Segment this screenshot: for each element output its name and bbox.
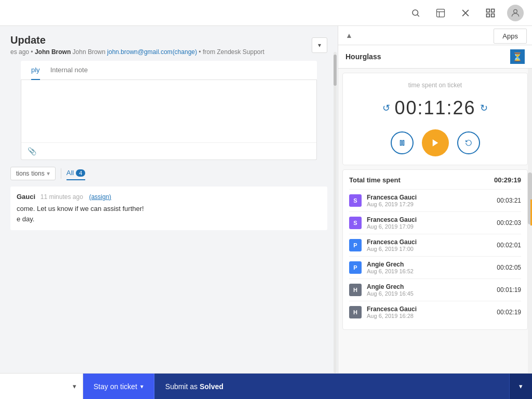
time-log-header: Total time spent 00:29:19	[349, 176, 521, 184]
pause-button[interactable]	[391, 131, 414, 154]
tab-internal-note[interactable]: Internal note	[50, 61, 88, 80]
ticket-header: Update es ago • John Brown John Brown jo…	[0, 26, 338, 61]
top-navigation	[0, 0, 532, 26]
agent-avatar-0: S	[349, 194, 362, 207]
forward-icon[interactable]: ↻	[480, 102, 488, 114]
ticket-dropdown-button[interactable]: ▾	[312, 37, 327, 53]
hourglass-title-row: Hourglass ⏳	[338, 45, 532, 69]
svg-line-1	[417, 15, 419, 16]
agent-info-5: Francesca Gauci Aug 6, 2019 16:28	[367, 305, 497, 319]
reply-editor: 📎	[21, 80, 317, 160]
package-icon[interactable]	[432, 5, 449, 21]
agent-avatar-4: H	[349, 284, 362, 296]
apps-button[interactable]: Apps	[494, 29, 527, 44]
submit-solved-group: Submit as Solved ▾	[154, 374, 532, 399]
log-row-5: H Francesca Gauci Aug 6, 2019 16:28 00:0…	[349, 301, 521, 323]
submit-as-solved-button[interactable]: Submit as Solved	[154, 374, 509, 399]
attach-icon[interactable]: 📎	[28, 147, 36, 155]
time-log: Total time spent 00:29:19 S Francesca Ga…	[342, 169, 528, 330]
all-tab[interactable]: All 4	[66, 166, 86, 180]
agent-info-1: Francesca Gauci Aug 6, 2019 17:09	[367, 216, 497, 230]
email-link[interactable]: john.brown@gmail.com	[107, 48, 172, 56]
change-link[interactable]: (change)	[172, 48, 197, 56]
grid-icon[interactable]	[482, 5, 499, 21]
agent-avatar-1: S	[349, 217, 362, 229]
left-scrollbar[interactable]	[332, 52, 338, 373]
tab-reply[interactable]: ply	[31, 61, 40, 80]
panel-scroll-area[interactable]: time spent on ticket ↺ 00:11:26 ↻	[338, 69, 532, 399]
panel-collapse-icon[interactable]: ▲	[345, 31, 353, 39]
search-icon[interactable]	[407, 5, 424, 21]
play-button[interactable]	[422, 129, 449, 156]
svg-rect-2	[437, 9, 445, 17]
ticket-title: Update	[10, 34, 264, 46]
conversation-item: Gauci 11 minutes ago (assign) come. Let …	[10, 187, 327, 230]
agent-avatar-3: P	[349, 261, 362, 274]
svg-rect-5	[487, 9, 490, 12]
svg-rect-11	[403, 140, 404, 145]
log-row-1: S Francesca Gauci Aug 6, 2019 17:09 00:0…	[349, 211, 521, 234]
stay-label: Stay on ticket	[94, 382, 137, 391]
avatar[interactable]	[507, 5, 524, 21]
submit-dropdown-button[interactable]: ▾	[509, 374, 532, 399]
all-badge: 4	[76, 169, 85, 177]
stay-on-ticket-button[interactable]: Stay on ticket ▾	[83, 374, 154, 399]
log-row-0: S Francesca Gauci Aug 6, 2019 17:29 00:0…	[349, 189, 521, 211]
hourglass-icon: ⏳	[510, 49, 525, 64]
hourglass-title: Hourglass	[345, 52, 381, 61]
conv-author: Gauci	[17, 193, 35, 201]
conv-message-2: e day.	[17, 214, 321, 224]
log-row-4: H Angie Grech Aug 6, 2019 16:45 00:01:19	[349, 278, 521, 301]
total-label: Total time spent	[349, 176, 401, 184]
agent-avatar-5: H	[349, 306, 362, 318]
conv-header: Gauci 11 minutes ago (assign)	[17, 193, 321, 201]
reply-section: ply Internal note 📎	[10, 61, 327, 160]
reply-tabs: ply Internal note	[21, 61, 317, 80]
timer-display: 00:11:26	[394, 97, 475, 119]
panel-scrollbar-track[interactable]	[528, 69, 532, 399]
agent-info-2: Francesca Gauci Aug 6, 2019 17:00	[367, 238, 497, 252]
ticket-meta: es ago • John Brown John Brown john.brow…	[10, 48, 264, 56]
ticket-filters: tions tions ▾ All 4	[0, 160, 338, 187]
bottom-bar: ▾ Stay on ticket ▾ Submit as Solved ▾	[0, 373, 532, 399]
svg-rect-6	[491, 9, 495, 12]
action-buttons: Stay on ticket ▾ Submit as Solved ▾	[83, 374, 532, 399]
svg-rect-7	[487, 14, 490, 17]
agent-avatar-2: P	[349, 239, 362, 251]
agent-info-3: Angie Grech Aug 6, 2019 16:52	[367, 261, 497, 274]
reply-editor-body[interactable]	[21, 80, 316, 142]
svg-rect-8	[491, 14, 495, 17]
stay-arrow-icon: ▾	[140, 383, 143, 390]
timer-section: time spent on ticket ↺ 00:11:26 ↻	[342, 73, 528, 165]
assign-link[interactable]: (assign)	[89, 193, 111, 201]
total-time: 00:29:19	[494, 176, 521, 184]
conv-message-1: come. Let us know if we can assist furth…	[17, 204, 321, 214]
rewind-icon[interactable]: ↺	[382, 102, 390, 114]
close-icon[interactable]	[457, 5, 474, 21]
svg-rect-10	[400, 140, 401, 145]
filter-dropdown-button[interactable]: tions tions ▾	[10, 167, 56, 180]
status-dropdown[interactable]: ▾	[0, 374, 83, 399]
svg-point-0	[413, 10, 418, 16]
log-row-3: P Angie Grech Aug 6, 2019 16:52 00:02:05	[349, 256, 521, 278]
agent-info-0: Francesca Gauci Aug 6, 2019 17:29	[367, 194, 497, 207]
conv-time: 11 minutes ago	[41, 193, 83, 201]
right-panel: ▲ ↻ Hourglass ⏳ time spent on ticket ↺ 0…	[338, 26, 532, 399]
log-row-2: P Francesca Gauci Aug 6, 2019 17:00 00:0…	[349, 234, 521, 256]
reply-editor-footer: 📎	[21, 142, 316, 159]
ticket-area: Update es ago • John Brown John Brown jo…	[0, 26, 338, 399]
timer-controls	[351, 129, 519, 156]
time-label: time spent on ticket	[351, 82, 519, 89]
reset-button[interactable]	[457, 131, 480, 154]
svg-point-9	[514, 9, 517, 13]
time-log-card: Total time spent 00:29:19 S Francesca Ga…	[342, 169, 528, 330]
svg-marker-12	[432, 139, 438, 147]
agent-info-4: Angie Grech Aug 6, 2019 16:45	[367, 283, 497, 297]
conversation: Gauci 11 minutes ago (assign) come. Let …	[0, 187, 338, 234]
